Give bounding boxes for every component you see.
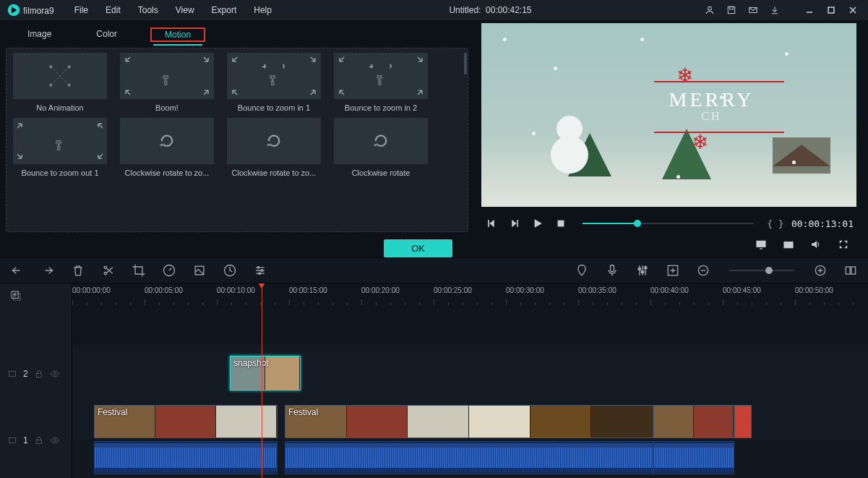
svg-rect-2	[728, 7, 734, 13]
preview-text-merry: MERRY	[669, 88, 755, 111]
crop-button[interactable]	[132, 263, 146, 278]
zoom-slider[interactable]	[729, 270, 794, 271]
marker-button[interactable]	[575, 263, 589, 278]
zoom-out-button[interactable]	[696, 263, 710, 278]
menu-file[interactable]: File	[67, 2, 95, 18]
timeline-clip[interactable]: snapshot	[230, 356, 301, 390]
tab-image[interactable]: Image	[16, 26, 63, 43]
audio-clip[interactable]	[285, 441, 653, 474]
preset-label: Clockwise rotate to zo...	[232, 168, 317, 177]
menu-export[interactable]: Export	[205, 2, 244, 18]
audio-clip[interactable]	[94, 441, 278, 474]
timeline-clip[interactable]	[653, 405, 734, 438]
add-track-button[interactable]	[9, 289, 23, 303]
motion-preset[interactable]: Clockwise rotate to zo...	[223, 118, 325, 177]
delete-button[interactable]	[71, 263, 85, 278]
motion-preset[interactable]: Boom!	[116, 53, 218, 112]
svg-rect-46	[36, 440, 41, 444]
svg-point-24	[104, 273, 106, 275]
motion-preset[interactable]: Bounce to zoom in 2	[330, 53, 431, 112]
timeline-track-headers: 2 1	[0, 283, 72, 478]
adjust-button[interactable]	[253, 263, 267, 278]
download-icon[interactable]	[767, 2, 783, 18]
svg-rect-6	[828, 7, 834, 13]
menu-tools[interactable]: Tools	[131, 2, 166, 18]
menu-view[interactable]: View	[168, 2, 202, 18]
svg-rect-33	[641, 271, 643, 273]
motion-preset[interactable]: Clockwise rotate	[330, 118, 431, 177]
motion-preset[interactable]: No Animation	[9, 53, 111, 112]
window-maximize[interactable]	[823, 2, 839, 18]
next-frame-button[interactable]	[507, 216, 522, 231]
save-icon[interactable]	[723, 2, 739, 18]
svg-point-11	[50, 84, 53, 87]
timeline-clip[interactable]: Festival	[94, 405, 278, 438]
ok-button[interactable]: OK	[384, 239, 452, 257]
mail-icon[interactable]	[745, 2, 761, 18]
preset-label: Clockwise rotate	[352, 168, 411, 177]
play-button[interactable]	[530, 216, 545, 231]
tab-color[interactable]: Color	[85, 26, 129, 43]
preview-progress[interactable]	[583, 223, 754, 224]
snowflake-icon: ❄	[692, 130, 708, 154]
timeline-ruler[interactable]: 00:00:00:0000:00:05:0000:00:10:0000:00:1…	[72, 283, 868, 308]
timeline-clip[interactable]	[734, 405, 752, 438]
render-button[interactable]	[666, 263, 680, 278]
track1-header[interactable]: 1	[0, 403, 72, 478]
playhead[interactable]	[262, 283, 262, 478]
speed-button[interactable]	[162, 263, 176, 278]
svg-rect-3	[730, 7, 734, 9]
user-icon[interactable]	[702, 2, 718, 18]
motion-preset[interactable]: Clockwise rotate to zo...	[116, 118, 218, 177]
eye-icon[interactable]	[50, 435, 60, 445]
app-logo: filmora9	[7, 4, 54, 17]
svg-point-28	[257, 267, 259, 269]
undo-button[interactable]	[10, 263, 25, 278]
motion-preset[interactable]: Bounce to zoom in 1	[223, 53, 325, 112]
preview-controls: { } 00:00:13:01	[476, 211, 862, 236]
menu-edit[interactable]: Edit	[98, 2, 128, 18]
app-name: filmora9	[23, 5, 54, 16]
eye-icon[interactable]	[50, 369, 60, 379]
snapshot-icon[interactable]	[781, 237, 796, 252]
audio-clip[interactable]	[653, 441, 734, 474]
preview-viewport[interactable]: MERRY CH ❄ ❄	[481, 23, 856, 207]
lock-icon[interactable]	[34, 435, 44, 445]
titlebar: filmora9 File Edit Tools View Export Hel…	[0, 0, 868, 20]
lock-icon[interactable]	[34, 369, 44, 379]
display-icon[interactable]	[754, 237, 768, 252]
zoom-in-button[interactable]	[813, 263, 828, 278]
preset-scrollbar[interactable]	[463, 53, 468, 227]
mark-in-out-icon[interactable]: { }	[768, 216, 783, 231]
timeline-body[interactable]: 00:00:00:0000:00:05:0000:00:10:0000:00:1…	[72, 283, 868, 478]
window-close[interactable]	[845, 2, 861, 18]
video-track-1[interactable]: FestivalFestival	[72, 404, 868, 440]
timeline-clip[interactable]: Festival	[285, 405, 653, 438]
video-track-2[interactable]: snapshot	[72, 344, 868, 404]
snowflake-icon: ❄	[676, 64, 693, 88]
color-button[interactable]	[192, 263, 207, 278]
window-minimize[interactable]	[802, 2, 817, 18]
motion-presets: No AnimationBoom!Bounce to zoom in 1Boun…	[6, 48, 468, 232]
motion-panel: Image Color Motion No AnimationBoom!Boun…	[6, 20, 468, 257]
tab-motion[interactable]: Motion	[153, 27, 202, 46]
svg-rect-31	[611, 265, 614, 272]
record-vo-button[interactable]	[605, 263, 619, 278]
keyframe-button[interactable]	[223, 263, 237, 278]
menu-help[interactable]: Help	[246, 2, 279, 18]
volume-icon[interactable]	[809, 237, 823, 252]
motion-preset[interactable]: Bounce to zoom out 1	[9, 118, 111, 177]
svg-point-47	[53, 439, 56, 442]
preview-text-ch: CH	[669, 110, 755, 123]
track2-header[interactable]: 2	[0, 344, 72, 404]
preset-label: Clockwise rotate to zo...	[125, 168, 210, 177]
split-button[interactable]	[101, 263, 116, 278]
fullscreen-icon[interactable]	[836, 237, 851, 252]
stop-button[interactable]	[554, 216, 568, 231]
redo-button[interactable]	[40, 263, 55, 278]
audio-mixer-button[interactable]	[635, 263, 650, 278]
prev-frame-button[interactable]	[484, 216, 499, 231]
zoom-fit-button[interactable]	[843, 263, 858, 278]
menu-bar: File Edit Tools View Export Help	[67, 2, 279, 18]
audio-track-1[interactable]	[72, 440, 868, 478]
